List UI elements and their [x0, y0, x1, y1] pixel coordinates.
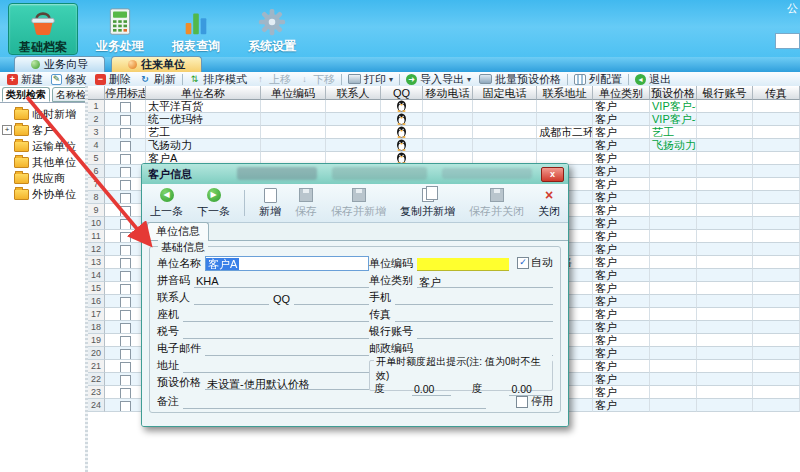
table-cell[interactable]	[261, 139, 326, 152]
table-cell[interactable]: 客户	[593, 399, 650, 412]
table-cell[interactable]: 18	[88, 321, 105, 334]
table-cell[interactable]: 客户	[593, 152, 650, 165]
stop-flag-checkbox[interactable]	[120, 167, 131, 178]
table-row[interactable]: 4飞扬动力客户飞扬动力-价	[88, 139, 800, 152]
toolbar-button-4[interactable]: ⇅排序模式	[185, 73, 251, 86]
address-input[interactable]	[183, 360, 369, 373]
table-cell[interactable]: 客户	[593, 386, 650, 399]
table-cell[interactable]	[697, 126, 753, 139]
table-cell[interactable]	[697, 399, 753, 412]
stop-flag-checkbox[interactable]	[120, 206, 131, 217]
table-cell[interactable]	[105, 373, 146, 386]
stop-flag-checkbox[interactable]	[120, 232, 131, 243]
table-cell[interactable]	[326, 139, 381, 152]
table-cell[interactable]	[753, 178, 800, 191]
table-cell[interactable]: 客户	[593, 334, 650, 347]
table-cell[interactable]	[381, 113, 423, 126]
tree-item-5[interactable]: 外协单位	[0, 186, 85, 202]
table-cell[interactable]: 客户	[593, 282, 650, 295]
table-cell[interactable]	[423, 100, 473, 113]
table-cell[interactable]	[537, 139, 593, 152]
table-cell[interactable]	[105, 360, 146, 373]
table-cell[interactable]	[753, 191, 800, 204]
table-cell[interactable]	[650, 386, 697, 399]
table-cell[interactable]	[697, 308, 753, 321]
table-cell[interactable]	[105, 256, 146, 269]
table-cell[interactable]	[753, 152, 800, 165]
stop-flag-checkbox[interactable]	[120, 141, 131, 152]
email-input[interactable]	[205, 343, 369, 356]
table-cell[interactable]	[105, 126, 146, 139]
table-cell[interactable]	[697, 282, 753, 295]
table-cell[interactable]	[753, 139, 800, 152]
table-cell[interactable]	[650, 178, 697, 191]
table-cell[interactable]: 23	[88, 386, 105, 399]
table-cell[interactable]: 24	[88, 399, 105, 412]
tree-item-2[interactable]: 运输单位	[0, 138, 85, 154]
table-cell[interactable]	[753, 217, 800, 230]
table-cell[interactable]	[105, 152, 146, 165]
table-cell[interactable]	[697, 217, 753, 230]
table-cell[interactable]	[650, 347, 697, 360]
table-cell[interactable]	[105, 282, 146, 295]
table-cell[interactable]	[753, 269, 800, 282]
table-cell[interactable]: 3	[88, 126, 105, 139]
table-cell[interactable]	[753, 373, 800, 386]
table-cell[interactable]	[650, 308, 697, 321]
table-cell[interactable]	[650, 373, 697, 386]
window-tab-1[interactable]: 往来单位	[111, 56, 202, 72]
table-cell[interactable]	[697, 230, 753, 243]
qq-input[interactable]	[294, 292, 369, 305]
table-cell[interactable]	[650, 282, 697, 295]
table-cell[interactable]	[650, 399, 697, 412]
unit-code-input[interactable]	[417, 258, 509, 271]
table-cell[interactable]	[473, 139, 537, 152]
table-row[interactable]: 3艺工成都市二环北三客户艺工	[88, 126, 800, 139]
dialog-toolbar-button-2[interactable]: 新增	[259, 187, 281, 219]
table-cell[interactable]	[650, 217, 697, 230]
expand-icon[interactable]: +	[2, 125, 12, 135]
table-cell[interactable]: 11	[88, 230, 105, 243]
table-cell[interactable]	[105, 113, 146, 126]
table-cell[interactable]: 2	[88, 113, 105, 126]
table-cell[interactable]	[381, 100, 423, 113]
unit-category-input[interactable]: 客户	[417, 275, 553, 288]
toolbar-button-3[interactable]: ↻刷新	[135, 73, 180, 86]
stop-flag-checkbox[interactable]	[120, 102, 131, 113]
table-cell[interactable]	[753, 204, 800, 217]
toolbar-button-8[interactable]: ➜导入导出▾	[402, 73, 475, 86]
table-cell[interactable]	[697, 347, 753, 360]
table-cell[interactable]	[753, 347, 800, 360]
column-header[interactable]: 单位类别	[593, 86, 650, 100]
nav-button-0[interactable]: 基础档案	[8, 3, 78, 55]
table-cell[interactable]: 17	[88, 308, 105, 321]
column-header[interactable]: 预设价格	[650, 86, 697, 100]
table-cell[interactable]	[105, 165, 146, 178]
table-cell[interactable]	[753, 295, 800, 308]
nav-button-1[interactable]: 业务处理	[86, 3, 154, 53]
table-cell[interactable]: 客户	[593, 139, 650, 152]
table-cell[interactable]	[753, 126, 800, 139]
column-header[interactable]: 传真	[753, 86, 800, 100]
toolbar-button-1[interactable]: ✎修改	[47, 73, 91, 86]
table-cell[interactable]: 客户	[593, 165, 650, 178]
nav-button-3[interactable]: 系统设置	[238, 3, 306, 53]
pinyin-input[interactable]: KHA	[194, 275, 369, 288]
table-cell[interactable]: 统一优玛特	[146, 113, 261, 126]
stop-flag-checkbox[interactable]	[120, 193, 131, 204]
table-cell[interactable]: 6	[88, 165, 105, 178]
table-cell[interactable]	[105, 347, 146, 360]
table-cell[interactable]	[105, 295, 146, 308]
table-cell[interactable]	[753, 399, 800, 412]
table-cell[interactable]: 5	[88, 152, 105, 165]
column-header[interactable]	[88, 86, 105, 100]
table-cell[interactable]	[473, 113, 537, 126]
stop-flag-checkbox[interactable]	[120, 297, 131, 308]
table-cell[interactable]: 16	[88, 295, 105, 308]
payable-input[interactable]: 0.00	[412, 383, 451, 396]
stop-flag-checkbox[interactable]	[120, 271, 131, 282]
table-cell[interactable]	[697, 100, 753, 113]
dialog-toolbar-button-5[interactable]: 复制并新增	[400, 187, 455, 219]
note-input[interactable]	[183, 396, 486, 409]
dialog-toolbar-button-1[interactable]: ▶下一条	[197, 187, 230, 219]
